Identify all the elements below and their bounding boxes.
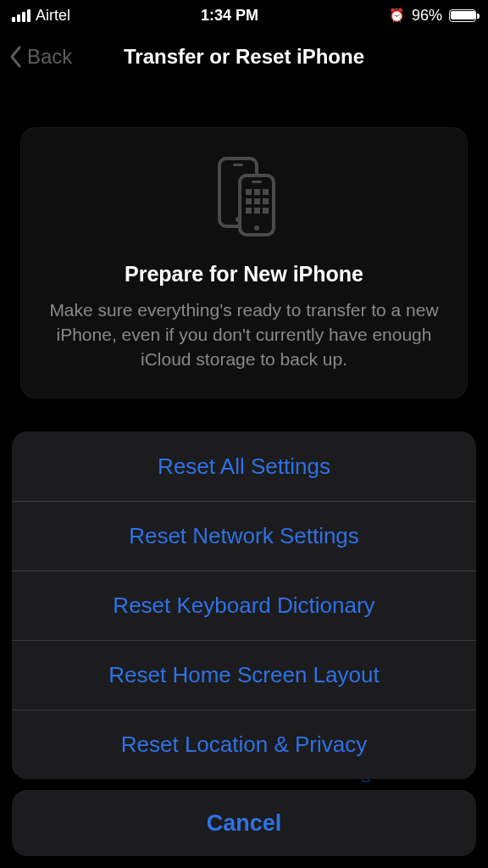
nav-bar: Back Transfer or Reset iPhone bbox=[0, 36, 488, 78]
svg-rect-7 bbox=[254, 189, 260, 195]
cancel-button[interactable]: Cancel bbox=[12, 790, 476, 856]
prepare-card: Prepare for New iPhone Make sure everyth… bbox=[20, 127, 468, 398]
svg-rect-12 bbox=[246, 208, 252, 214]
reset-location-privacy[interactable]: Reset Location & Privacy bbox=[12, 709, 476, 779]
battery-icon bbox=[449, 9, 476, 22]
svg-rect-10 bbox=[254, 198, 260, 204]
action-sheet: Reset All Settings Reset Network Setting… bbox=[12, 431, 476, 779]
back-button[interactable]: Back bbox=[8, 45, 72, 69]
chevron-left-icon bbox=[8, 45, 24, 69]
card-description: Make sure everything's ready to transfer… bbox=[40, 298, 448, 372]
status-time: 1:34 PM bbox=[201, 7, 258, 25]
alarm-icon: ⏰ bbox=[389, 8, 405, 23]
svg-rect-8 bbox=[263, 189, 269, 195]
reset-keyboard-dictionary[interactable]: Reset Keyboard Dictionary bbox=[12, 570, 476, 640]
svg-rect-11 bbox=[263, 198, 269, 204]
svg-rect-5 bbox=[252, 181, 262, 183]
reset-network-settings[interactable]: Reset Network Settings bbox=[12, 501, 476, 570]
card-title: Prepare for New iPhone bbox=[40, 262, 448, 287]
page-title: Transfer or Reset iPhone bbox=[0, 45, 488, 69]
svg-rect-6 bbox=[246, 189, 252, 195]
reset-all-settings[interactable]: Reset All Settings bbox=[12, 431, 476, 501]
back-label: Back bbox=[27, 45, 72, 69]
svg-rect-14 bbox=[263, 208, 269, 214]
svg-rect-13 bbox=[254, 208, 260, 214]
status-left: Airtel bbox=[12, 7, 70, 25]
status-bar: Airtel 1:34 PM ⏰ 96% bbox=[0, 0, 488, 31]
phones-icon bbox=[197, 152, 291, 245]
svg-rect-9 bbox=[246, 198, 252, 204]
battery-percent: 96% bbox=[412, 7, 442, 25]
reset-home-screen-layout[interactable]: Reset Home Screen Layout bbox=[12, 640, 476, 709]
svg-point-4 bbox=[254, 225, 259, 231]
status-right: ⏰ 96% bbox=[389, 7, 476, 25]
signal-icon bbox=[12, 9, 30, 22]
svg-rect-2 bbox=[233, 164, 243, 166]
carrier-label: Airtel bbox=[36, 7, 70, 25]
